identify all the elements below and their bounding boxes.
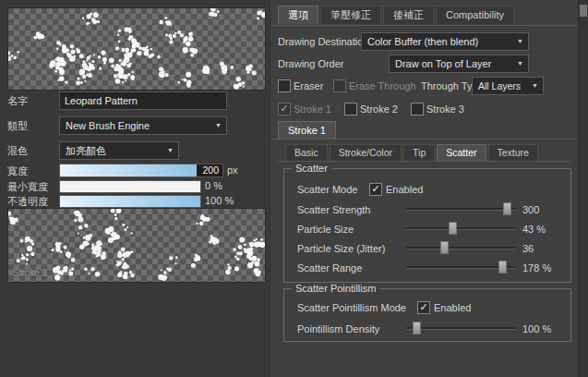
scatter-mode-label: Scatter Mode [297,183,357,196]
scatter-pointillism-group-title: Scatter Pointillism [292,283,379,295]
scatter-strength-label: Scatter Strength [297,203,371,216]
scatter-mode-enabled-label: Enabled [386,183,423,196]
particle-size-label: Particle Size [297,223,354,236]
tab-compatibility[interactable]: Compatibility [436,6,514,24]
tab-scatter[interactable]: Scatter [437,144,486,161]
scatter-group-title: Scatter [292,163,331,175]
particle-size-value: 43 % [522,223,546,236]
leopard-pattern-art [8,8,265,90]
inner-tabbar-divider [278,161,571,162]
chevron-down-icon: ▼ [532,78,538,94]
drawing-order-value: Draw on Top of Layer [395,58,491,69]
tab-stroke-color[interactable]: Stroke/Color [330,144,402,161]
tab-texture[interactable]: Texture [488,144,538,161]
min-width-slider[interactable] [59,180,201,193]
slider-handle[interactable] [503,202,511,215]
particle-size-slider[interactable] [406,222,515,235]
stroke-1-page-tab[interactable]: Stroke 1 [278,121,336,140]
tab-options[interactable]: 選項 [278,6,318,24]
brush-stroke-preview-top [7,7,266,91]
stroke-1-checkbox[interactable]: ✓ [278,103,291,116]
scatter-mode-checkbox[interactable]: ✓ [369,183,382,196]
chevron-down-icon: ▼ [215,117,222,134]
stroke-2-label: Stroke 2 [360,103,398,116]
check-icon: ✓ [371,184,379,194]
opacity-slider-fill [60,196,200,207]
scatter-strength-value: 300 [522,203,539,216]
brush-name-input[interactable]: Leopard Pattern [59,91,227,110]
name-label: 名字 [7,94,28,107]
width-unit: px [227,164,238,176]
tab-post-correction[interactable]: 後補正 [383,6,434,24]
slider-track [406,208,515,211]
erase-through-checkbox[interactable] [333,79,346,92]
scatter-range-slider[interactable] [406,261,515,274]
particle-size-jitter-label: Particle Size (Jitter) [297,242,385,255]
check-icon: ✓ [419,302,427,312]
tabbar-divider [270,25,579,26]
slider-handle[interactable] [498,261,507,274]
particle-size-jitter-value: 36 [522,242,534,255]
slider-track [406,247,515,249]
blend-mode-value: 加亮顏色 [66,145,106,156]
pointillism-density-label: Pointillism Density [297,322,379,335]
tab-pen-pressure[interactable]: 筆壓修正 [320,6,381,24]
brush-type-value: New Brush Engine [66,120,150,131]
min-width-value: 0 % [205,179,222,192]
pointillism-density-value: 100 % [522,322,551,335]
scatter-pointillism-group: Scatter Pointillism Scatter Pointillism … [283,288,571,342]
preview-stroke-caption: Stroke 1 [13,268,47,278]
slider-track [406,327,515,330]
blend-mode-dropdown[interactable]: 加亮顏色 ▼ [59,141,179,160]
brush-properties-panel: 名字 Leopard Pattern 類型 New Brush Engine ▼… [0,0,270,377]
width-label: 寬度 [7,164,28,177]
scatter-strength-slider[interactable] [406,202,515,215]
drawing-destination-dropdown[interactable]: Color Buffer (then blend) ▼ [361,32,529,51]
particle-size-jitter-slider[interactable] [406,241,515,254]
brush-stroke-preview-bottom: Stroke 1 [7,208,266,283]
stroke-1-label: Stroke 1 [294,103,331,116]
through-type-value: All Layers [478,80,521,91]
pointillism-density-slider[interactable] [406,322,515,334]
tab-basic[interactable]: Basic [285,144,328,161]
scatter-pointillism-mode-label: Scatter Pointillism Mode [297,301,406,314]
slider-track [406,227,515,230]
check-icon: ✓ [280,103,288,114]
scrollbar-thumb[interactable] [580,5,587,17]
scatter-pointillism-mode-checkbox[interactable]: ✓ [417,301,430,314]
stroke-3-checkbox[interactable] [411,103,424,116]
opacity-value: 100 % [205,194,234,207]
stroke-settings-tabbar: Basic Stroke/Color Tip Scatter Texture [285,144,538,161]
tab-tip[interactable]: Tip [403,144,435,161]
stroke-page-divider [270,139,579,140]
stroke-3-label: Stroke 3 [426,103,464,116]
drawing-destination-value: Color Buffer (then blend) [367,36,478,47]
through-type-dropdown[interactable]: All Layers ▼ [472,77,544,95]
slider-handle[interactable] [413,322,421,334]
brush-type-dropdown[interactable]: New Brush Engine ▼ [59,116,227,135]
drawing-order-label: Drawing Order [278,57,344,70]
scatter-group: Scatter Scatter Mode ✓ Enabled Scatter S… [283,168,571,283]
blend-label: 混色 [7,144,28,157]
width-slider[interactable]: 200 [59,164,223,177]
width-slider-fill [60,164,197,176]
drawing-order-dropdown[interactable]: Draw on Top of Layer ▼ [389,55,529,73]
vertical-scrollbar[interactable] [578,0,588,377]
type-label: 類型 [7,119,28,132]
chevron-down-icon: ▼ [517,33,523,50]
brush-settings-panel: 選項 筆壓修正 後補正 Compatibility Drawing Destin… [270,0,580,377]
scatter-range-value: 178 % [522,261,551,274]
slider-handle[interactable] [440,241,449,254]
eraser-checkbox[interactable] [278,79,291,92]
eraser-label: Eraser [294,79,323,92]
opacity-slider[interactable] [59,195,201,208]
drawing-destination-label: Drawing Destination [278,35,368,48]
chevron-down-icon: ▼ [517,55,523,72]
settings-tabbar: 選項 筆壓修正 後補正 Compatibility [278,6,514,24]
chevron-down-icon: ▼ [167,142,174,159]
stroke-2-checkbox[interactable] [344,103,357,116]
brush-editor-window: 名字 Leopard Pattern 類型 New Brush Engine ▼… [0,0,588,377]
slider-handle[interactable] [449,222,457,235]
scatter-range-label: Scatter Range [297,261,362,274]
min-width-label: 最小寬度 [7,180,48,193]
